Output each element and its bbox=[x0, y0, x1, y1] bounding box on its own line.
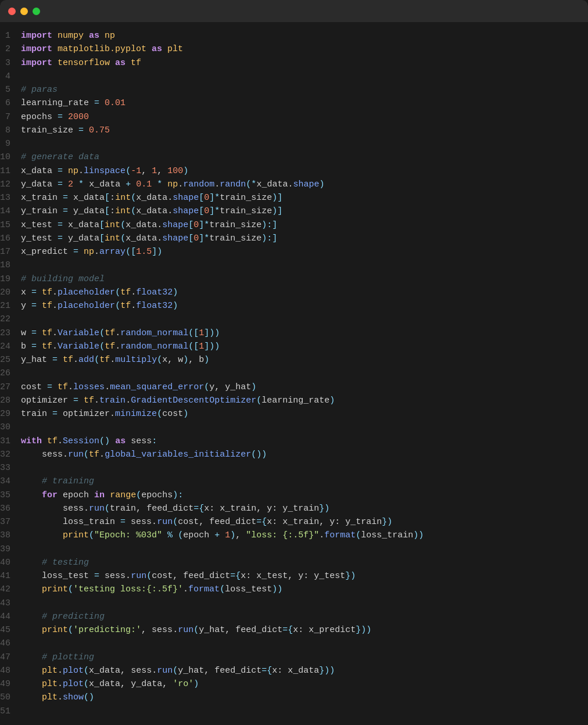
code-line: 35 for epoch in range(epochs): bbox=[0, 489, 588, 502]
line-number: 13 bbox=[0, 191, 21, 204]
line-number: 31 bbox=[0, 435, 21, 448]
minimize-button[interactable] bbox=[20, 8, 28, 15]
line-content: import tensorflow as tf bbox=[21, 56, 576, 70]
line-content: for epoch in range(epochs): bbox=[21, 489, 576, 502]
line-content: # predicting bbox=[21, 610, 576, 623]
line-number: 14 bbox=[0, 204, 21, 218]
line-content: y_test = y_data[int(x_data.shape[0]*trai… bbox=[21, 232, 576, 245]
code-line: 32 sess.run(tf.global_variables_initiali… bbox=[0, 448, 588, 461]
code-line: 50 plt.show() bbox=[0, 691, 588, 704]
line-content bbox=[21, 637, 576, 650]
line-content: # training bbox=[21, 475, 576, 488]
line-content: x_predict = np.array([1.5]) bbox=[21, 245, 576, 259]
line-content: plt.show() bbox=[21, 691, 576, 704]
code-line: 4 bbox=[0, 70, 588, 83]
maximize-button[interactable] bbox=[33, 8, 40, 15]
code-line: 18 bbox=[0, 259, 588, 272]
line-content bbox=[21, 70, 576, 83]
code-line: 12y_data = 2 * x_data + 0.1 * np.random.… bbox=[0, 178, 588, 191]
line-content: print("Epoch: %03d" % (epoch + 1), "loss… bbox=[21, 529, 576, 542]
line-number: 40 bbox=[0, 556, 21, 569]
code-line: 45 print('predicting:', sess.run(y_hat, … bbox=[0, 623, 588, 637]
line-number: 29 bbox=[0, 407, 21, 421]
line-content: w = tf.Variable(tf.random_normal([1])) bbox=[21, 326, 576, 340]
line-content bbox=[21, 367, 576, 380]
line-number: 42 bbox=[0, 583, 21, 596]
line-number: 4 bbox=[0, 70, 21, 83]
line-content: learning_rate = 0.01 bbox=[21, 96, 576, 110]
line-number: 50 bbox=[0, 691, 21, 704]
code-line: 38 print("Epoch: %03d" % (epoch + 1), "l… bbox=[0, 529, 588, 542]
line-number: 17 bbox=[0, 245, 21, 259]
line-content: print('testing loss:{:.5f}'.format(loss_… bbox=[21, 583, 576, 596]
line-content: x = tf.placeholder(tf.float32) bbox=[21, 286, 576, 299]
code-line: 47 # plotting bbox=[0, 651, 588, 664]
window: 1import numpy as np2import matplotlib.py… bbox=[0, 0, 588, 725]
line-content: import matplotlib.pyplot as plt bbox=[21, 42, 576, 56]
code-line: 37 loss_train = sess.run(cost, feed_dict… bbox=[0, 515, 588, 529]
code-line: 44 # predicting bbox=[0, 610, 588, 623]
line-number: 37 bbox=[0, 515, 21, 529]
code-line: 2import matplotlib.pyplot as plt bbox=[0, 42, 588, 56]
line-number: 12 bbox=[0, 178, 21, 191]
line-content: train = optimizer.minimize(cost) bbox=[21, 407, 576, 421]
code-line: 27cost = tf.losses.mean_squared_error(y,… bbox=[0, 381, 588, 394]
line-content bbox=[21, 705, 576, 718]
line-content: plt.plot(x_data, sess.run(y_hat, feed_di… bbox=[21, 664, 576, 677]
code-line: 10# generate data bbox=[0, 150, 588, 164]
line-content bbox=[21, 259, 576, 272]
line-number: 21 bbox=[0, 299, 21, 313]
line-content: # generate data bbox=[21, 150, 576, 164]
line-content: print('predicting:', sess.run(y_hat, fee… bbox=[21, 623, 576, 637]
code-line: 15x_test = x_data[int(x_data.shape[0]*tr… bbox=[0, 218, 588, 232]
line-content bbox=[21, 597, 576, 610]
code-line: 41 loss_test = sess.run(cost, feed_dict=… bbox=[0, 569, 588, 583]
line-content: # testing bbox=[21, 556, 576, 569]
line-number: 28 bbox=[0, 394, 21, 407]
line-number: 46 bbox=[0, 637, 21, 650]
code-line: 8train_size = 0.75 bbox=[0, 124, 588, 137]
code-line: 13x_train = x_data[:int(x_data.shape[0]*… bbox=[0, 191, 588, 204]
line-number: 16 bbox=[0, 232, 21, 245]
code-line: 26 bbox=[0, 367, 588, 380]
line-number: 26 bbox=[0, 367, 21, 380]
line-content: plt.plot(x_data, y_data, 'ro') bbox=[21, 677, 576, 691]
line-content: optimizer = tf.train.GradientDescentOpti… bbox=[21, 394, 576, 407]
code-line: 49 plt.plot(x_data, y_data, 'ro') bbox=[0, 677, 588, 691]
code-line: 33 bbox=[0, 461, 588, 475]
code-line: 1import numpy as np bbox=[0, 29, 588, 42]
code-line: 3import tensorflow as tf bbox=[0, 56, 588, 70]
line-content: epochs = 2000 bbox=[21, 110, 576, 124]
line-content bbox=[21, 137, 576, 150]
code-line: 36 sess.run(train, feed_dict={x: x_train… bbox=[0, 502, 588, 515]
code-line: 11x_data = np.linspace(-1, 1, 100) bbox=[0, 164, 588, 178]
line-number: 51 bbox=[0, 705, 21, 718]
line-number: 2 bbox=[0, 42, 21, 56]
title-bar bbox=[0, 0, 588, 22]
code-line: 6learning_rate = 0.01 bbox=[0, 96, 588, 110]
line-number: 35 bbox=[0, 489, 21, 502]
line-number: 32 bbox=[0, 448, 21, 461]
line-content: cost = tf.losses.mean_squared_error(y, y… bbox=[21, 381, 576, 394]
code-line: 22 bbox=[0, 313, 588, 326]
code-line: 23w = tf.Variable(tf.random_normal([1])) bbox=[0, 326, 588, 340]
code-line: 31with tf.Session() as sess: bbox=[0, 435, 588, 448]
code-line: 14y_train = y_data[:int(x_data.shape[0]*… bbox=[0, 204, 588, 218]
close-button[interactable] bbox=[8, 8, 16, 15]
code-line: 48 plt.plot(x_data, sess.run(y_hat, feed… bbox=[0, 664, 588, 677]
code-line: 17x_predict = np.array([1.5]) bbox=[0, 245, 588, 259]
line-content: loss_test = sess.run(cost, feed_dict={x:… bbox=[21, 569, 576, 583]
line-number: 5 bbox=[0, 83, 21, 96]
line-number: 45 bbox=[0, 623, 21, 637]
line-content: # building model bbox=[21, 272, 576, 286]
line-number: 27 bbox=[0, 381, 21, 394]
line-number: 44 bbox=[0, 610, 21, 623]
line-content: import numpy as np bbox=[21, 29, 576, 42]
code-line: 25y_hat = tf.add(tf.multiply(x, w), b) bbox=[0, 353, 588, 367]
line-content: sess.run(train, feed_dict={x: x_train, y… bbox=[21, 502, 576, 515]
line-number: 33 bbox=[0, 461, 21, 475]
line-number: 38 bbox=[0, 529, 21, 542]
line-number: 8 bbox=[0, 124, 21, 137]
code-line: 29train = optimizer.minimize(cost) bbox=[0, 407, 588, 421]
line-content: y_data = 2 * x_data + 0.1 * np.random.ra… bbox=[21, 178, 576, 191]
